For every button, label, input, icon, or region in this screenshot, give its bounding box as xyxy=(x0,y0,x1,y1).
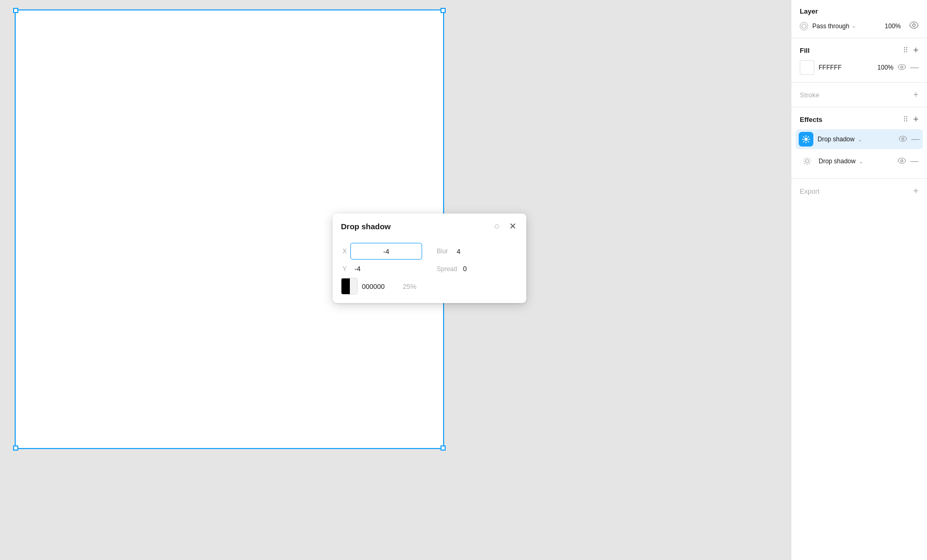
effect-item-1: Drop shadow ⌄ — xyxy=(796,129,923,149)
svg-point-25 xyxy=(901,160,903,162)
effects-add-button[interactable]: + xyxy=(913,115,919,124)
popup-header-icons: ○ ✕ xyxy=(492,221,518,231)
right-panel: Layer Pass through ⌄ 100% Fill xyxy=(791,0,927,560)
stroke-section-title: Stroke xyxy=(800,91,820,99)
y-label: Y xyxy=(341,265,348,273)
effect-1-chevron: ⌄ xyxy=(858,137,862,142)
popup-header: Drop shadow ○ ✕ xyxy=(333,214,526,238)
effect-2-chevron: ⌄ xyxy=(859,159,863,164)
svg-point-16 xyxy=(805,160,809,163)
x-input[interactable] xyxy=(350,243,422,260)
popup-row-x-blur: X Blur 4 xyxy=(341,243,518,260)
fill-section: Fill ⠿ + FFFFFF 100% — xyxy=(791,38,927,83)
effects-section-header: Effects ⠿ + xyxy=(800,115,919,124)
handle-top-right[interactable] xyxy=(440,8,446,13)
svg-point-4 xyxy=(913,24,915,27)
color-swatch[interactable] xyxy=(341,278,358,295)
svg-point-6 xyxy=(804,138,808,141)
svg-line-22 xyxy=(809,163,810,164)
effects-section-actions: ⠿ + xyxy=(903,115,919,124)
layer-blend-icon xyxy=(800,22,808,30)
popup-color-row: 000000 25% xyxy=(341,278,518,295)
spread-value: 0 xyxy=(463,265,467,273)
fill-dots-icon[interactable]: ⠿ xyxy=(903,46,909,54)
export-section-title: Export xyxy=(800,187,820,195)
effect-2-name-row[interactable]: Drop shadow ⌄ xyxy=(819,158,893,165)
svg-point-3 xyxy=(802,24,806,28)
blur-value: 4 xyxy=(457,248,460,255)
effects-section-title: Effects xyxy=(800,116,822,124)
fill-hex: FFFFFF xyxy=(819,64,873,71)
effect-1-remove-button[interactable]: — xyxy=(911,135,920,143)
layer-opacity[interactable]: 100% xyxy=(885,23,901,30)
export-section-header: Export + xyxy=(800,186,919,196)
layer-blend-mode-selector[interactable]: Pass through ⌄ xyxy=(812,23,856,30)
handle-top-left[interactable] xyxy=(13,8,18,13)
svg-line-23 xyxy=(809,159,810,159)
spread-group: Spread 0 xyxy=(437,265,518,273)
svg-line-12 xyxy=(808,141,809,142)
drop-shadow-popup: Drop shadow ○ ✕ X Blur 4 Y xyxy=(333,214,526,303)
fill-section-title: Fill xyxy=(800,47,810,54)
color-opacity: 25% xyxy=(403,283,416,290)
svg-line-13 xyxy=(808,137,809,137)
canvas-area: Drop shadow ○ ✕ X Blur 4 Y xyxy=(0,0,791,560)
field-group-y: Y -4 xyxy=(341,265,422,273)
stroke-section-header: Stroke + xyxy=(800,90,919,99)
color-hex: 000000 xyxy=(362,283,399,290)
layer-section: Layer Pass through ⌄ 100% xyxy=(791,0,927,38)
effect-2-name: Drop shadow xyxy=(819,158,856,165)
effect-1-name-row[interactable]: Drop shadow ⌄ xyxy=(818,136,895,143)
popup-body: X Blur 4 Y -4 Spread 0 xyxy=(333,238,526,303)
export-section: Export + xyxy=(791,179,927,203)
effect-2-eye-icon[interactable] xyxy=(898,158,906,165)
effects-dots-icon[interactable]: ⠿ xyxy=(903,115,909,124)
effect-sun-icon-inactive xyxy=(800,154,814,169)
spread-label: Spread xyxy=(437,265,463,273)
svg-rect-2 xyxy=(341,278,358,295)
effect-item-2: Drop shadow ⌄ — xyxy=(800,151,919,171)
export-add-button[interactable]: + xyxy=(913,186,919,196)
svg-point-5 xyxy=(901,66,903,68)
fill-eye-icon[interactable] xyxy=(898,64,906,72)
stroke-section: Stroke + xyxy=(791,83,927,107)
effect-sun-icon-active xyxy=(799,132,813,147)
svg-line-11 xyxy=(803,137,804,137)
stroke-add-button[interactable]: + xyxy=(913,90,919,99)
fill-remove-button[interactable]: — xyxy=(910,63,919,72)
y-value: -4 xyxy=(355,265,367,273)
fill-opacity: 100% xyxy=(877,64,893,71)
svg-point-15 xyxy=(902,138,904,140)
popup-title: Drop shadow xyxy=(341,222,391,231)
field-group-x: X xyxy=(341,243,422,260)
layer-blend-label: Pass through xyxy=(812,23,849,30)
handle-bottom-left[interactable] xyxy=(13,445,18,451)
svg-line-14 xyxy=(803,141,804,142)
fill-color-swatch[interactable] xyxy=(800,60,814,75)
popup-close-icon[interactable]: ✕ xyxy=(507,221,518,231)
fill-section-actions: ⠿ + xyxy=(903,46,919,55)
popup-circle-icon[interactable]: ○ xyxy=(492,221,502,231)
export-section-actions: + xyxy=(913,186,919,196)
layer-section-title: Layer xyxy=(800,7,919,15)
stroke-section-actions: + xyxy=(913,90,919,99)
layer-row: Pass through ⌄ 100% xyxy=(800,21,919,30)
fill-row: FFFFFF 100% — xyxy=(800,60,919,75)
svg-line-24 xyxy=(804,163,805,164)
layer-eye-icon[interactable] xyxy=(909,21,919,30)
blur-group: Blur 4 xyxy=(437,248,518,255)
effect-2-remove-button[interactable]: — xyxy=(910,157,919,165)
popup-row-y-spread: Y -4 Spread 0 xyxy=(341,265,518,273)
blend-mode-chevron: ⌄ xyxy=(852,23,856,29)
handle-bottom-right[interactable] xyxy=(440,445,446,451)
effects-section: Effects ⠿ + xyxy=(791,107,927,179)
effect-1-name: Drop shadow xyxy=(818,136,855,143)
fill-section-header: Fill ⠿ + xyxy=(800,46,919,55)
x-label: X xyxy=(341,248,348,255)
fill-add-button[interactable]: + xyxy=(913,46,919,55)
svg-line-21 xyxy=(804,159,805,159)
blur-label: Blur xyxy=(437,248,457,255)
effect-1-eye-icon[interactable] xyxy=(899,136,907,143)
